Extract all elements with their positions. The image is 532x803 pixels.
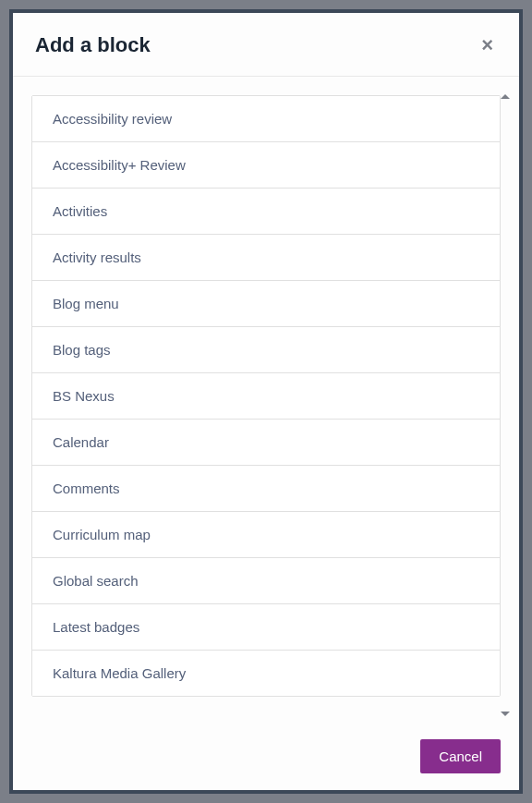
modal-overlay: Add a block × Accessibility reviewAccess… [0,0,532,803]
block-item[interactable]: Calendar [32,420,500,466]
modal-header: Add a block × [13,13,519,77]
close-button[interactable]: × [478,31,497,59]
close-icon: × [481,33,493,56]
block-item[interactable]: Accessibility+ Review [32,142,500,189]
block-item[interactable]: Kaltura Media Gallery [32,651,500,696]
block-item[interactable]: Activities [32,189,500,235]
block-item[interactable]: Accessibility review [32,96,500,142]
block-item[interactable]: Latest badges [32,604,500,651]
modal-footer: Cancel [13,725,519,790]
block-list: Accessibility reviewAccessibility+ Revie… [31,95,501,697]
modal-body[interactable]: Accessibility reviewAccessibility+ Revie… [13,77,519,725]
block-item[interactable]: Blog menu [32,281,500,327]
block-item[interactable]: Curriculum map [32,512,500,558]
cancel-button[interactable]: Cancel [420,739,501,773]
block-item[interactable]: Blog tags [32,327,500,373]
block-item[interactable]: Global search [32,558,500,604]
block-item[interactable]: Activity results [32,235,500,281]
modal-title: Add a block [35,33,151,57]
block-item[interactable]: Comments [32,466,500,512]
block-item[interactable]: BS Nexus [32,373,500,420]
add-block-modal: Add a block × Accessibility reviewAccess… [9,9,523,794]
